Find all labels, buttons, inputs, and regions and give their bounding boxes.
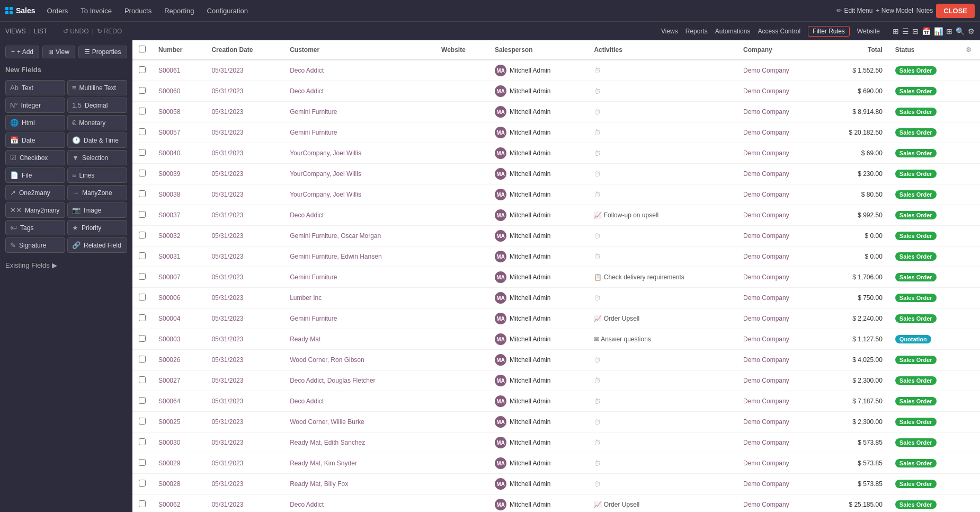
row-customer-10[interactable]: Gemini Furniture xyxy=(283,267,435,288)
th-creation-date[interactable]: Creation Date xyxy=(205,40,283,60)
table-row[interactable]: S00061 05/31/2023 Deco Addict MA Mitchel… xyxy=(132,60,980,81)
row-number-13[interactable]: S00003 xyxy=(152,329,205,350)
table-row[interactable]: S00004 05/31/2023 Gemini Furniture MA Mi… xyxy=(132,308,980,329)
row-customer-14[interactable]: Wood Corner, Ron Gibson xyxy=(283,350,435,370)
search-icon[interactable]: 🔍 xyxy=(956,27,965,36)
row-company-12[interactable]: Demo Company xyxy=(737,308,822,329)
list-view-icon[interactable]: ☰ xyxy=(902,27,909,36)
row-date-12[interactable]: 05/31/2023 xyxy=(205,308,283,329)
field-image[interactable]: 📷 Image xyxy=(67,202,127,218)
row-customer-12[interactable]: Gemini Furniture xyxy=(283,308,435,329)
row-number-17[interactable]: S00025 xyxy=(152,412,205,432)
row-company-4[interactable]: Demo Company xyxy=(737,143,822,164)
table-row[interactable]: S00037 05/31/2023 Deco Addict MA Mitchel… xyxy=(132,205,980,226)
th-status[interactable]: Status ⚙ xyxy=(889,40,980,60)
row-number-18[interactable]: S00030 xyxy=(152,432,205,453)
row-checkbox-11[interactable] xyxy=(132,288,152,308)
table-row[interactable]: S00003 05/31/2023 Ready Mat MA Mitchell … xyxy=(132,329,980,350)
row-date-0[interactable]: 05/31/2023 xyxy=(205,60,283,81)
th-checkbox[interactable] xyxy=(132,40,152,60)
row-customer-20[interactable]: Ready Mat, Billy Fox xyxy=(283,474,435,495)
row-number-7[interactable]: S00037 xyxy=(152,205,205,226)
field-many2many[interactable]: ✕✕ Many2many xyxy=(5,202,65,218)
row-number-3[interactable]: S00057 xyxy=(152,122,205,143)
row-date-11[interactable]: 05/31/2023 xyxy=(205,288,283,308)
nav-reporting[interactable]: Reporting xyxy=(159,5,199,17)
row-date-5[interactable]: 05/31/2023 xyxy=(205,164,283,184)
table-row[interactable]: S00027 05/31/2023 Deco Addict, Douglas F… xyxy=(132,370,980,391)
view-button[interactable]: ⊞ View xyxy=(42,46,75,58)
row-company-10[interactable]: Demo Company xyxy=(737,267,822,288)
row-number-2[interactable]: S00058 xyxy=(152,102,205,122)
field-one2many[interactable]: ↗ One2many xyxy=(5,185,65,200)
brand-logo[interactable]: Sales xyxy=(5,6,35,15)
access-control-link[interactable]: Access Control xyxy=(758,28,800,35)
row-number-16[interactable]: S00064 xyxy=(152,391,205,412)
field-html[interactable]: 🌐 Html xyxy=(5,115,65,130)
row-number-6[interactable]: S00038 xyxy=(152,184,205,205)
chart-view-icon[interactable]: 📊 xyxy=(934,27,943,36)
row-checkbox-9[interactable] xyxy=(132,246,152,267)
row-date-14[interactable]: 05/31/2023 xyxy=(205,350,283,370)
list-label[interactable]: LIST xyxy=(34,28,47,35)
row-checkbox-2[interactable] xyxy=(132,102,152,122)
field-multiline-text[interactable]: ≡ Multiline Text xyxy=(67,80,127,95)
row-date-8[interactable]: 05/31/2023 xyxy=(205,226,283,246)
row-company-1[interactable]: Demo Company xyxy=(737,81,822,102)
th-company[interactable]: Company xyxy=(737,40,822,60)
row-company-3[interactable]: Demo Company xyxy=(737,122,822,143)
select-all-checkbox[interactable] xyxy=(139,46,146,52)
redo-button[interactable]: ↻ REDO xyxy=(97,28,122,35)
row-checkbox-7[interactable] xyxy=(132,205,152,226)
row-customer-17[interactable]: Wood Corner, Willie Burke xyxy=(283,412,435,432)
field-selection[interactable]: ▼ Selection xyxy=(67,150,127,165)
table-row[interactable]: S00060 05/31/2023 Deco Addict MA Mitchel… xyxy=(132,81,980,102)
row-customer-9[interactable]: Gemini Furniture, Edwin Hansen xyxy=(283,246,435,267)
row-checkbox-18[interactable] xyxy=(132,432,152,453)
undo-button[interactable]: ↺ UNDO xyxy=(63,28,88,35)
close-button[interactable]: CLOSE xyxy=(936,4,975,18)
field-integer[interactable]: N° Integer xyxy=(5,98,65,113)
row-number-1[interactable]: S00060 xyxy=(152,81,205,102)
views-label[interactable]: VIEWS xyxy=(5,28,26,35)
row-number-19[interactable]: S00029 xyxy=(152,453,205,474)
row-checkbox-8[interactable] xyxy=(132,226,152,246)
field-related-field[interactable]: 🔗 Related Field xyxy=(67,237,127,253)
row-customer-19[interactable]: Ready Mat, Kim Snyder xyxy=(283,453,435,474)
row-number-21[interactable]: S00062 xyxy=(152,495,205,513)
row-checkbox-10[interactable] xyxy=(132,267,152,288)
row-checkbox-4[interactable] xyxy=(132,143,152,164)
row-checkbox-21[interactable] xyxy=(132,495,152,513)
row-number-14[interactable]: S00026 xyxy=(152,350,205,370)
row-checkbox-19[interactable] xyxy=(132,453,152,474)
row-customer-2[interactable]: Gemini Furniture xyxy=(283,102,435,122)
nav-products[interactable]: Products xyxy=(119,5,157,17)
row-customer-3[interactable]: Gemini Furniture xyxy=(283,122,435,143)
field-tags[interactable]: 🏷 Tags xyxy=(5,220,65,235)
add-button[interactable]: + + Add xyxy=(5,46,39,58)
pivot-view-icon[interactable]: ⊞ xyxy=(946,27,952,36)
row-date-19[interactable]: 05/31/2023 xyxy=(205,453,283,474)
row-customer-21[interactable]: Deco Addict xyxy=(283,495,435,513)
row-checkbox-0[interactable] xyxy=(132,60,152,81)
row-number-10[interactable]: S00007 xyxy=(152,267,205,288)
row-date-3[interactable]: 05/31/2023 xyxy=(205,122,283,143)
row-company-11[interactable]: Demo Company xyxy=(737,288,822,308)
table-row[interactable]: S00058 05/31/2023 Gemini Furniture MA Mi… xyxy=(132,102,980,122)
row-customer-16[interactable]: Deco Addict xyxy=(283,391,435,412)
table-row[interactable]: S00038 05/31/2023 YourCompany, Joel Will… xyxy=(132,184,980,205)
field-decimal[interactable]: 1.5 Decimal xyxy=(67,98,127,113)
row-company-0[interactable]: Demo Company xyxy=(737,60,822,81)
row-checkbox-6[interactable] xyxy=(132,184,152,205)
field-lines[interactable]: ≡ Lines xyxy=(67,167,127,183)
row-date-18[interactable]: 05/31/2023 xyxy=(205,432,283,453)
row-date-15[interactable]: 05/31/2023 xyxy=(205,370,283,391)
row-number-0[interactable]: S00061 xyxy=(152,60,205,81)
row-number-8[interactable]: S00032 xyxy=(152,226,205,246)
row-customer-13[interactable]: Ready Mat xyxy=(283,329,435,350)
row-date-16[interactable]: 05/31/2023 xyxy=(205,391,283,412)
row-company-16[interactable]: Demo Company xyxy=(737,391,822,412)
row-company-21[interactable]: Demo Company xyxy=(737,495,822,513)
row-number-4[interactable]: S00040 xyxy=(152,143,205,164)
field-text[interactable]: Ab Text xyxy=(5,80,65,95)
